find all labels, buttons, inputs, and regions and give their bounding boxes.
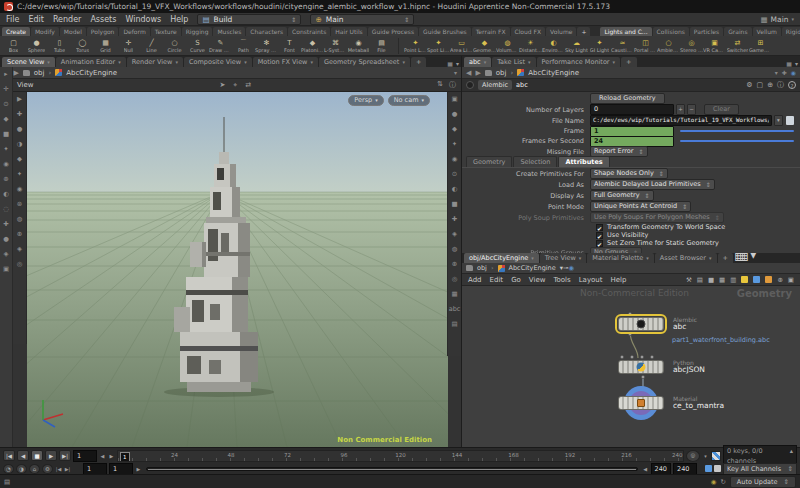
playback-range-end-field[interactable]: 240: [651, 463, 671, 475]
clear-layers-button[interactable]: Clear: [704, 104, 739, 115]
frame-selection-icon[interactable]: ▢: [757, 81, 764, 89]
input-port[interactable]: [628, 312, 632, 316]
frame-all-icon[interactable]: ▣: [788, 276, 794, 284]
tab-dropdown-icon[interactable]: ▾: [47, 57, 50, 67]
breadcrumb-node[interactable]: AbcCityEngine: [509, 264, 556, 272]
shelf-tool[interactable]: ◎ Stereo Camera: [680, 39, 703, 53]
shelf-tab[interactable]: Rigid Bodies: [782, 27, 800, 36]
shelf-tool[interactable]: ▤ File: [370, 39, 393, 53]
tab-dropdown-icon[interactable]: ▾: [244, 57, 247, 67]
refresh-icon[interactable]: ↻: [720, 478, 725, 486]
range-handle-right-icon[interactable]: ◀: [642, 466, 649, 472]
scoped-channels-icon[interactable]: [705, 465, 712, 472]
tab-dropdown-icon[interactable]: ▾: [118, 57, 121, 67]
zoom-icon[interactable]: ⊕: [777, 276, 782, 284]
realtime-toggle-icon[interactable]: ◔: [3, 464, 14, 474]
tab-dropdown-icon[interactable]: ▾: [402, 57, 405, 67]
stop-icon[interactable]: ■: [708, 276, 714, 284]
tab-dropdown-icon[interactable]: ▾: [484, 57, 487, 67]
shelf-tool[interactable]: T Font: [278, 39, 301, 53]
shelf-tab[interactable]: Deform: [119, 27, 149, 36]
shelf-tool[interactable]: ◫ Portal Light: [634, 39, 657, 53]
display-option-icon[interactable]: ▦: [451, 287, 457, 302]
parameter-select[interactable]: Use Poly Soups For Polygon Meshes⇕: [590, 212, 724, 223]
tab-dropdown-icon[interactable]: ▾: [646, 253, 649, 263]
toolbar-icon[interactable]: ●: [3, 232, 9, 247]
toolbar-icon[interactable]: ✦: [17, 167, 22, 182]
shelf-tab[interactable]: Terrain FX: [472, 27, 510, 36]
add-pane-tab-button[interactable]: +: [411, 57, 426, 67]
loop-mode-icon[interactable]: ⌂: [29, 464, 40, 474]
parameter-select[interactable]: Unique Points At Centroid⇕: [590, 201, 691, 212]
view-tool-label[interactable]: View: [17, 81, 34, 89]
shelf-tool[interactable]: ▣ VR Camera: [703, 39, 726, 53]
toolbar-icon[interactable]: ✛: [3, 82, 8, 97]
shelf-tool[interactable]: ◐ Environment Light: [542, 39, 565, 53]
pane-tab[interactable]: Motion FX View▾: [253, 57, 318, 67]
update-mode-select[interactable]: Auto Update⇕: [730, 476, 796, 488]
toolbar-icon[interactable]: ◈: [17, 242, 22, 257]
shelf-tool[interactable]: S Curve: [186, 39, 209, 53]
shelf-tool[interactable]: ⌒ Path: [232, 39, 255, 53]
menu-item[interactable]: File: [6, 15, 19, 24]
shelf-tool[interactable]: ◍ Volume Light: [496, 39, 519, 53]
help-icon[interactable]: ?: [788, 81, 796, 89]
toolbar-icon[interactable]: ⊙: [3, 97, 8, 112]
frame-decrement-icon[interactable]: ◀: [99, 453, 106, 459]
display-option-icon[interactable]: abc: [449, 302, 461, 317]
pane-tab[interactable]: Take List▾: [492, 57, 535, 67]
tab-dropdown-icon[interactable]: ▾: [531, 253, 534, 263]
add-pane-tab-button[interactable]: +: [718, 253, 733, 263]
audio-icon[interactable]: ◑: [16, 464, 27, 474]
decrement-icon[interactable]: −: [687, 104, 696, 115]
pane-tab[interactable]: Animation Editor▾: [56, 57, 126, 67]
current-frame-marker[interactable]: 1: [120, 452, 130, 462]
toolbar-icon[interactable]: ◉: [17, 182, 23, 197]
search-icon[interactable]: ⊕: [767, 81, 773, 89]
shelf-tab[interactable]: Cloud FX: [511, 27, 546, 36]
frame-increment-icon[interactable]: ▶: [108, 453, 115, 459]
shelf-tool[interactable]: ◆ Platonic Solids: [301, 39, 324, 53]
input-port[interactable]: [640, 355, 644, 359]
pane-menu-icon[interactable]: ▦: [447, 60, 453, 67]
pane-tab[interactable]: Scene View▾: [2, 57, 55, 67]
toolbar-icon[interactable]: ▣: [3, 262, 9, 277]
shelf-tab[interactable]: Characters: [246, 27, 287, 36]
path-dropdown-icon[interactable]: ▾: [454, 69, 457, 76]
display-option-icon[interactable]: ✦: [452, 137, 457, 152]
shelf-tool[interactable]: ✎ Draw Curve: [209, 39, 232, 53]
grid-snap-icon[interactable]: ▦: [719, 276, 725, 284]
pane-tab[interactable]: abc▾: [464, 57, 491, 67]
range-handle-left-icon[interactable]: ▶: [135, 466, 142, 472]
toolbar-icon[interactable]: ✚: [17, 107, 22, 122]
pane-tab[interactable]: Geometry Spreadsheet▾: [319, 57, 410, 67]
toolbar-icon[interactable]: ◑: [17, 137, 23, 152]
shelf-tool[interactable]: ✦ Spot Light: [427, 39, 450, 53]
toolbar-icon[interactable]: ⊚: [17, 197, 22, 212]
shelf-tool[interactable]: ○ Circle: [163, 39, 186, 53]
cook-indicator-icon[interactable]: ◉: [711, 478, 717, 486]
checkbox[interactable]: ✔: [596, 240, 603, 247]
pane-maximize-icon[interactable]: ▾: [456, 60, 459, 67]
jump-to-start-button[interactable]: |◀: [3, 450, 15, 461]
tab-dropdown-icon[interactable]: ▾: [310, 57, 313, 67]
shelf-tab[interactable]: Guide Process: [368, 27, 418, 36]
shelf-tool[interactable]: ◆ Geometry Light: [473, 39, 496, 53]
network-menu-item[interactable]: Go: [511, 276, 521, 284]
network-menu-item[interactable]: Add: [468, 276, 482, 284]
parameter-tab[interactable]: Selection: [513, 156, 557, 167]
display-option-icon[interactable]: ●: [452, 107, 458, 122]
network-menu-item[interactable]: Layout: [579, 276, 603, 284]
parameter-select[interactable]: Shape Nodes Only⇕: [590, 168, 668, 179]
back-icon[interactable]: ◀: [466, 69, 471, 77]
breadcrumb-root[interactable]: obj: [496, 69, 507, 77]
keyframe-icon[interactable]: [714, 465, 721, 472]
frame-channel-slider[interactable]: [680, 130, 794, 132]
path-dropdown-icon[interactable]: ▾: [775, 69, 778, 76]
current-frame-field[interactable]: 1: [73, 450, 97, 462]
frame-input[interactable]: 1: [590, 126, 674, 137]
display-option-icon[interactable]: ▣: [451, 92, 457, 107]
chevron-down-icon[interactable]: ▾: [702, 453, 709, 459]
shelf-tool[interactable]: ✛ Null: [117, 39, 140, 53]
shelf-tool[interactable]: ☁ Sky Light: [565, 39, 588, 53]
